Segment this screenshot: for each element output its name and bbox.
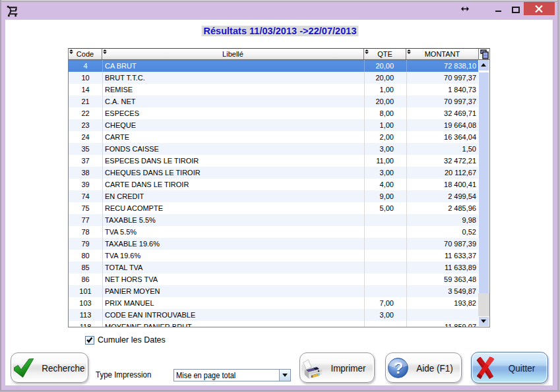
svg-text:?: ? [394,359,404,377]
